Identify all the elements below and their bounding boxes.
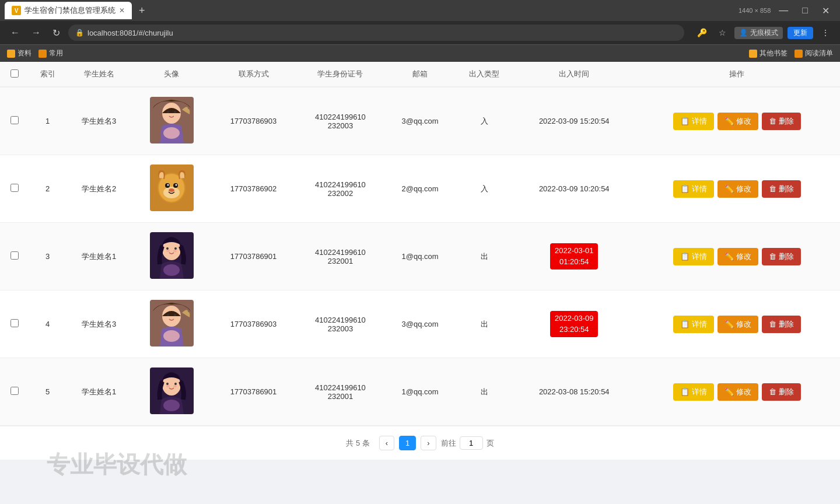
row-checkbox[interactable] xyxy=(10,251,19,260)
browser-tab[interactable]: V 学生宿舍门禁信息管理系统 ✕ xyxy=(5,2,132,19)
detail-button[interactable]: 📋 详情 xyxy=(673,113,714,130)
row-email: 1@qq.com xyxy=(386,358,455,426)
action-buttons: 📋 详情 ✏️ 修改 🗑 删除 xyxy=(639,316,835,333)
row-checkbox[interactable] xyxy=(10,184,19,192)
back-button[interactable]: ← xyxy=(7,26,23,39)
svg-point-25 xyxy=(174,314,176,316)
delete-button[interactable]: 🗑 删除 xyxy=(762,180,801,198)
delete-button[interactable]: 🗑 删除 xyxy=(762,248,801,265)
detail-button[interactable]: 📋 详情 xyxy=(673,248,714,265)
edit-icon: ✏️ xyxy=(724,117,734,125)
table-row: 3 学生姓名1 17703786901 410224199610232001 xyxy=(0,223,840,290)
row-index: 1 xyxy=(29,87,66,155)
row-checkbox[interactable] xyxy=(10,387,19,395)
table-row: 4 学生姓名3 17703786903 410224199610232003 3… xyxy=(0,290,840,358)
edit-button[interactable]: ✏️ 修改 xyxy=(718,248,758,265)
url-bar[interactable]: 🔒 localhost:8081/#/churujilu xyxy=(68,24,684,41)
row-id: 410224199610232002 xyxy=(295,155,385,223)
col-avatar: 头像 xyxy=(132,62,212,87)
bookmark-item-1[interactable]: 常用 xyxy=(38,48,63,58)
delete-button[interactable]: 🗑 删除 xyxy=(762,113,801,130)
row-email: 3@qq.com xyxy=(386,87,455,155)
col-name: 学生姓名 xyxy=(66,62,132,87)
minimize-button[interactable]: — xyxy=(773,5,794,16)
delete-button[interactable]: 🗑 删除 xyxy=(762,383,801,401)
bookmark-icon-1 xyxy=(38,50,47,58)
select-all-checkbox[interactable] xyxy=(10,69,19,78)
tab-close-button[interactable]: ✕ xyxy=(119,6,125,15)
row-email: 1@qq.com xyxy=(386,223,455,290)
row-phone: 17703786902 xyxy=(212,155,296,223)
window-controls: 1440 × 858 — □ ✕ xyxy=(738,5,835,16)
entry-time-cell: 2022-03-09 15:20:54 xyxy=(514,87,634,155)
page-unit-label: 页 xyxy=(487,438,494,449)
row-checkbox-cell xyxy=(0,223,29,290)
row-name: 学生姓名3 xyxy=(66,290,132,358)
tab-favicon: V xyxy=(12,6,21,15)
edit-button[interactable]: ✏️ 修改 xyxy=(718,113,758,130)
action-buttons: 📋 详情 ✏️ 修改 🗑 删除 xyxy=(639,383,835,401)
reading-list[interactable]: 阅读清单 xyxy=(794,48,833,58)
row-actions: 📋 详情 ✏️ 修改 🗑 删除 xyxy=(634,290,840,358)
row-checkbox-cell xyxy=(0,358,29,426)
row-id: 410224199610232001 xyxy=(295,358,385,426)
delete-icon: 🗑 xyxy=(769,184,776,193)
prev-page-button[interactable]: ‹ xyxy=(379,436,394,450)
row-index: 4 xyxy=(29,290,66,358)
edit-button[interactable]: ✏️ 修改 xyxy=(718,383,758,401)
forward-button[interactable]: → xyxy=(28,26,44,39)
page-1-button[interactable]: 1 xyxy=(399,436,416,450)
detail-icon: 📋 xyxy=(680,117,690,125)
svg-point-4 xyxy=(174,111,176,113)
detail-icon: 📋 xyxy=(680,387,690,396)
detail-button[interactable]: 📋 详情 xyxy=(673,316,714,333)
bookmark-label-0: 资料 xyxy=(18,48,32,58)
menu-button[interactable]: ⋮ xyxy=(818,27,833,38)
svg-point-18 xyxy=(174,247,177,250)
bookmark-item-0[interactable]: 资料 xyxy=(7,48,32,58)
new-tab-button[interactable]: + xyxy=(134,5,150,17)
other-bookmarks[interactable]: 其他书签 xyxy=(749,48,788,58)
action-buttons: 📋 详情 ✏️ 修改 🗑 删除 xyxy=(639,113,835,130)
page-jump-input[interactable] xyxy=(460,436,483,450)
action-buttons: 📋 详情 ✏️ 修改 🗑 删除 xyxy=(639,180,835,198)
entry-time-cell: 2022-03-0101:20:54 xyxy=(514,223,634,290)
password-icon[interactable]: 🔑 xyxy=(694,27,710,38)
profile-button[interactable]: 👤 无痕模式 xyxy=(734,27,783,39)
bookmark-star-icon[interactable]: ☆ xyxy=(715,27,730,38)
svg-point-30 xyxy=(174,383,177,385)
delete-icon: 🗑 xyxy=(769,387,776,396)
edit-button[interactable]: ✏️ 修改 xyxy=(718,180,758,198)
reload-button[interactable]: ↻ xyxy=(49,26,64,40)
row-index: 2 xyxy=(29,155,66,223)
detail-button[interactable]: 📋 详情 xyxy=(673,180,714,198)
time-normal: 2022-03-08 15:20:54 xyxy=(539,387,610,396)
delete-icon: 🗑 xyxy=(769,252,776,261)
time-alert-badge: 2022-03-0101:20:54 xyxy=(550,243,598,269)
detail-button[interactable]: 📋 详情 xyxy=(673,383,714,401)
row-checkbox-cell xyxy=(0,87,29,155)
col-index: 索引 xyxy=(29,62,66,87)
entry-time-cell: 2022-03-0923:20:54 xyxy=(514,290,634,358)
row-id: 410224199610232003 xyxy=(295,290,385,358)
delete-button[interactable]: 🗑 删除 xyxy=(762,316,801,333)
row-index: 5 xyxy=(29,358,66,426)
bookmark-icon-0 xyxy=(7,50,15,58)
delete-icon: 🗑 xyxy=(769,320,776,328)
row-actions: 📋 详情 ✏️ 修改 🗑 删除 xyxy=(634,358,840,426)
maximize-button[interactable]: □ xyxy=(796,5,814,16)
svg-point-24 xyxy=(167,314,169,316)
page-content: 索引 学生姓名 头像 联系方式 学生身份证号 邮箱 出入类型 出入时间 操作 1… xyxy=(0,62,840,504)
browser-actions: 🔑 ☆ 👤 无痕模式 更新 ⋮ xyxy=(694,27,833,39)
edit-icon: ✏️ xyxy=(724,184,734,193)
other-bookmarks-icon xyxy=(749,50,757,58)
time-alert-badge: 2022-03-0923:20:54 xyxy=(550,311,598,337)
update-button[interactable]: 更新 xyxy=(788,27,813,39)
edit-button[interactable]: ✏️ 修改 xyxy=(718,316,758,333)
next-page-button[interactable]: › xyxy=(421,436,436,450)
col-entry-type: 出入类型 xyxy=(454,62,514,87)
row-checkbox[interactable] xyxy=(10,319,19,327)
edit-icon: ✏️ xyxy=(724,387,734,396)
row-checkbox[interactable] xyxy=(10,116,19,124)
close-button[interactable]: ✕ xyxy=(816,5,835,16)
